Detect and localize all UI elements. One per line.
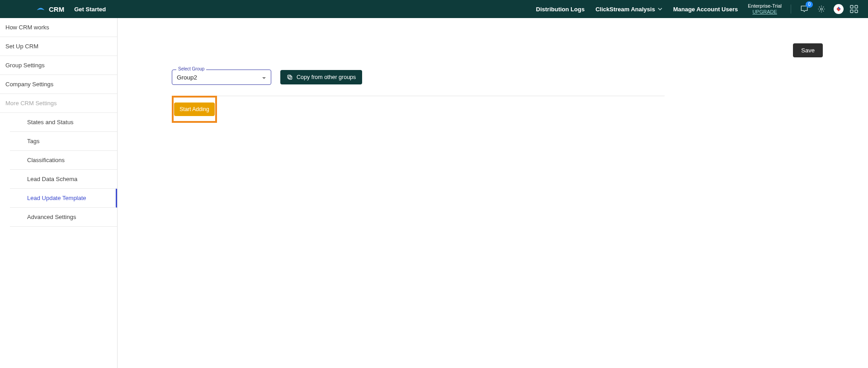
nav-manage-users[interactable]: Manage Account Users (673, 6, 738, 13)
start-adding-highlight: Start Adding (172, 96, 217, 123)
trial-plan: Enterprise-Trial (748, 3, 782, 9)
sidebar: How CRM works Set Up CRM Group Settings … (0, 18, 118, 368)
user-avatar[interactable] (834, 4, 844, 14)
svg-point-0 (821, 8, 823, 10)
nav-clickstream-analysis[interactable]: ClickStream Analysis (595, 6, 662, 13)
save-button[interactable]: Save (793, 43, 823, 57)
sidebar-subitem-classifications[interactable]: Classifications (10, 151, 117, 170)
svg-rect-2 (855, 5, 858, 8)
select-group-dropdown[interactable]: Group2 (172, 70, 271, 85)
sidebar-subitem-states-status[interactable]: States and Status (10, 113, 117, 132)
brand-text: CRM (49, 5, 64, 13)
main-content: Save Select Group Group2 Copy from other… (118, 18, 868, 368)
inbox-badge: 0 (806, 1, 813, 8)
brand-logo-icon (36, 6, 45, 12)
sidebar-item-how-crm-works[interactable]: How CRM works (0, 18, 117, 37)
chevron-down-icon (262, 74, 266, 81)
settings-button[interactable] (816, 4, 826, 14)
svg-rect-4 (855, 10, 858, 13)
nav-get-started[interactable]: Get Started (74, 6, 106, 13)
start-adding-button[interactable]: Start Adding (174, 102, 214, 116)
nav-clickstream-label: ClickStream Analysis (595, 6, 655, 13)
chevron-down-icon (658, 7, 662, 11)
svg-rect-1 (850, 5, 853, 8)
trial-info: Enterprise-Trial UPGRADE (748, 3, 782, 15)
svg-rect-3 (850, 10, 853, 13)
copy-button-label: Copy from other groups (297, 74, 356, 80)
sidebar-item-group-settings[interactable]: Group Settings (0, 56, 117, 75)
sidebar-subitem-lead-data-schema[interactable]: Lead Data Schema (10, 170, 117, 189)
inbox-button[interactable]: 0 (799, 4, 809, 14)
upgrade-link[interactable]: UPGRADE (748, 9, 782, 15)
apps-grid-icon (850, 5, 858, 13)
sidebar-subitem-lead-update-template[interactable]: Lead Update Template (10, 189, 117, 208)
gear-icon (817, 5, 826, 13)
apps-button[interactable] (850, 5, 858, 13)
select-group-field[interactable]: Select Group Group2 (172, 70, 271, 85)
select-group-label: Select Group (176, 66, 206, 71)
select-group-value: Group2 (177, 74, 197, 81)
sidebar-section-more-settings: More CRM Settings (0, 94, 117, 113)
sidebar-item-company-settings[interactable]: Company Settings (0, 75, 117, 94)
brand[interactable]: CRM (36, 5, 64, 13)
sidebar-item-set-up-crm[interactable]: Set Up CRM (0, 37, 117, 56)
svg-rect-6 (288, 75, 291, 78)
copy-from-other-groups-button[interactable]: Copy from other groups (280, 70, 362, 84)
svg-rect-5 (289, 76, 292, 79)
sidebar-subitem-tags[interactable]: Tags (10, 132, 117, 151)
app-header: CRM Get Started Distribution Logs ClickS… (0, 0, 868, 18)
divider (172, 96, 665, 96)
nav-distribution-logs[interactable]: Distribution Logs (536, 6, 585, 13)
sidebar-subitem-advanced-settings[interactable]: Advanced Settings (10, 208, 117, 227)
copy-icon (287, 74, 293, 80)
separator (791, 5, 791, 14)
